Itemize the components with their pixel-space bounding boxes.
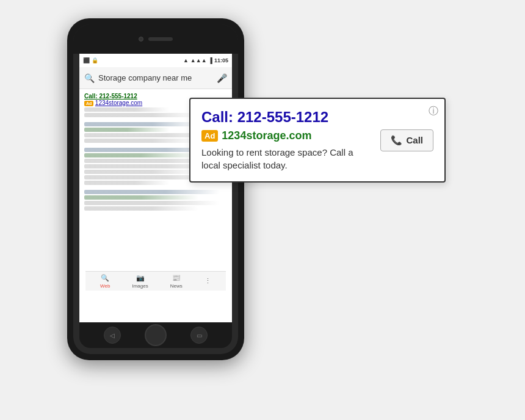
popup-desc-text: Looking to rent storage space? Call a lo… <box>201 147 353 170</box>
status-time: 11:05 <box>214 57 228 63</box>
blur-body-9 <box>84 206 198 211</box>
phone-screen: ⬛ 🔒 ▲ ▲▲▲ ▐ 11:05 🔍 Storage company near… <box>79 54 232 322</box>
blur-body-2 <box>84 139 198 143</box>
phone-device: ⬛ 🔒 ▲ ▲▲▲ ▐ 11:05 🔍 Storage company near… <box>67 18 244 360</box>
images-nav-icon: 📷 <box>136 274 145 282</box>
recents-button[interactable]: ▭ <box>190 327 208 344</box>
phone-top-bezel <box>73 24 238 54</box>
nav-more[interactable]: ⋮ <box>205 277 211 285</box>
status-icon-lock: 🔒 <box>92 57 98 63</box>
recents-icon: ▭ <box>197 332 202 339</box>
back-button[interactable]: ◁ <box>104 327 121 344</box>
blur-url-1 <box>84 128 170 132</box>
battery-icon: ▐ <box>209 57 212 63</box>
back-icon: ◁ <box>110 332 115 339</box>
call-button-label: Call <box>406 135 423 145</box>
search-bar[interactable]: 🔍 Storage company near me 🎤 <box>79 67 232 89</box>
status-bar: ⬛ 🔒 ▲ ▲▲▲ ▐ 11:05 <box>79 54 232 67</box>
more-nav-icon: ⋮ <box>205 277 211 285</box>
home-button[interactable] <box>145 324 167 346</box>
phone-speaker <box>148 37 173 41</box>
blur-body-5 <box>84 170 198 174</box>
status-icon-screenshot: ⬛ <box>83 57 90 63</box>
phone-camera <box>139 37 143 42</box>
blur-desc-2 <box>84 113 198 117</box>
mic-icon: 🎤 <box>217 73 227 83</box>
nav-news-label: News <box>170 283 183 289</box>
popup-ad-badge: Ad <box>201 130 218 142</box>
status-right: ▲ ▲▲▲ ▐ 11:05 <box>183 57 228 63</box>
popup-call-button[interactable]: 📞 Call <box>380 129 433 151</box>
phone-bottom-nav: 🔍 Web 📷 Images 📰 News ⋮ <box>85 271 226 291</box>
inline-ad-url[interactable]: 1234storage.com <box>95 100 142 106</box>
search-nav-icon: 🔍 <box>101 274 109 282</box>
phone-bottom-bezel: ◁ ▭ <box>79 322 232 348</box>
popup-ad-row: Ad 1234storage.com <box>201 129 373 142</box>
popup-call-number[interactable]: Call: 212-555-1212 <box>201 109 373 126</box>
phone-icon: 📞 <box>391 135 402 146</box>
nav-news[interactable]: 📰 News <box>170 274 183 289</box>
blur-desc-1 <box>84 107 170 112</box>
nav-images[interactable]: 📷 Images <box>132 274 148 289</box>
nav-images-label: Images <box>132 283 148 289</box>
nav-web[interactable]: 🔍 Web <box>100 274 110 289</box>
search-text: Storage company near me <box>98 73 213 82</box>
scene: ⬛ 🔒 ▲ ▲▲▲ ▐ 11:05 🔍 Storage company near… <box>0 0 525 420</box>
blur-url-2 <box>84 153 198 158</box>
blur-title-3 <box>84 190 220 194</box>
phone-inner: ⬛ 🔒 ▲ ▲▲▲ ▐ 11:05 🔍 Storage company near… <box>73 24 238 354</box>
inline-ad-badge: Ad <box>84 101 93 106</box>
wifi-icon: ▲ <box>183 57 189 63</box>
blur-body-8 <box>84 201 220 205</box>
popup-url[interactable]: 1234storage.com <box>222 129 311 142</box>
blurred-result-3 <box>84 190 227 211</box>
ad-popup-left: Call: 212-555-1212 Ad 1234storage.com Lo… <box>201 109 373 172</box>
popup-description: Looking to rent storage space? Call a lo… <box>201 146 373 172</box>
nav-web-label: Web <box>100 283 110 289</box>
blur-body-7 <box>84 181 170 185</box>
ad-popup-card: ⓘ Call: 212-555-1212 Ad 1234storage.com … <box>189 98 446 183</box>
info-icon[interactable]: ⓘ <box>429 105 438 118</box>
signal-icon: ▲▲▲ <box>190 57 207 63</box>
google-icon: 🔍 <box>84 73 95 83</box>
blur-url-3 <box>84 195 198 200</box>
blur-title-1 <box>84 122 198 126</box>
status-left-icons: ⬛ 🔒 <box>83 57 98 63</box>
news-nav-icon: 📰 <box>172 274 181 282</box>
